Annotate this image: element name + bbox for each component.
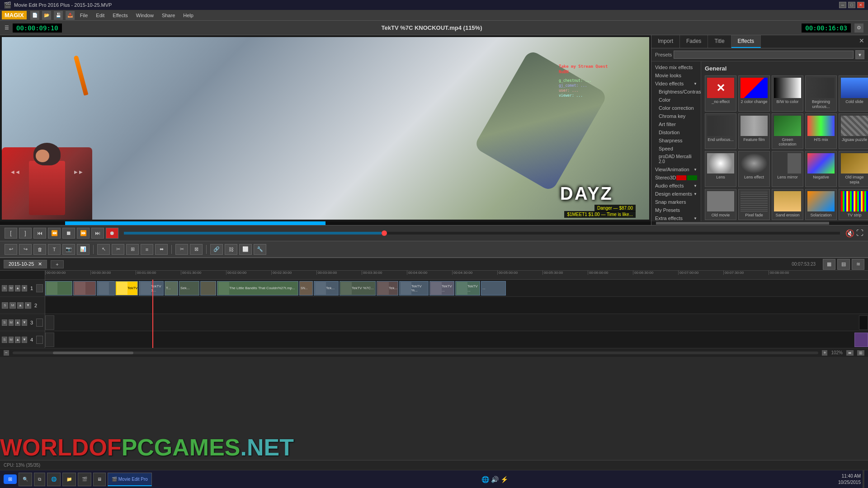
clip-1-13[interactable]: Tek... — [377, 281, 398, 296]
redo-button[interactable]: ↪ — [19, 244, 32, 255]
taskbar-pc-games[interactable]: 🖥 — [93, 473, 106, 486]
section-design-elements[interactable]: Design elements▼ — [651, 190, 701, 198]
effect-2color[interactable]: 2 color change — [738, 75, 770, 112]
track-2-s-btn[interactable]: S — [2, 302, 8, 309]
track-1-m-btn[interactable]: M — [9, 285, 14, 291]
minimize-button[interactable]: ─ — [839, 2, 846, 8]
scrubber-playhead[interactable] — [382, 230, 387, 236]
clip-1-6[interactable]: T... — [165, 281, 178, 296]
clip-1-11[interactable]: Tek... — [314, 281, 339, 296]
menu-edit[interactable]: Edit — [92, 12, 108, 19]
track-3-s-btn[interactable]: S — [2, 319, 7, 326]
track-1-arrow-up[interactable]: ▲ — [15, 285, 20, 291]
menu-icon-new[interactable]: 📄 — [30, 11, 39, 20]
section-snap-markers[interactable]: Snap markers — [651, 198, 701, 206]
taskbar-task-view[interactable]: ⧉ — [34, 473, 45, 486]
effect-beginning-unfocus[interactable]: Beginning unfocus... — [805, 75, 837, 112]
track-2-arrow-up[interactable]: ▲ — [17, 302, 24, 309]
trim-tool-button[interactable]: ✂ — [112, 244, 124, 255]
zoom-fit-button[interactable]: ⬌ — [846, 350, 854, 356]
taskbar-search[interactable]: 🔍 — [19, 473, 32, 486]
link-button[interactable]: 🔗 — [210, 244, 223, 255]
timeline-scrollbar[interactable] — [13, 352, 818, 354]
zoom-expand-button[interactable]: ⊞ — [857, 350, 864, 356]
effect-lens-mirror[interactable]: Lens mirror — [772, 151, 803, 187]
menu-share[interactable]: Share — [158, 12, 179, 19]
timeline-view-single[interactable]: ▦ — [823, 259, 835, 270]
section-audio-effects[interactable]: Audio effects▼ — [651, 182, 701, 190]
undo-button[interactable]: ↩ — [5, 244, 17, 255]
clip-1-16[interactable]: TekTV ... — [455, 281, 480, 296]
effect-end-unfocus[interactable]: End unfocus... — [705, 113, 736, 150]
effect-green-coloration[interactable]: Green coloration — [772, 113, 803, 150]
preview-scroll-thumb[interactable] — [65, 221, 326, 225]
section-chroma-key[interactable]: Chroma key — [651, 112, 701, 120]
effect-tv-strip[interactable]: TV strip — [839, 189, 868, 220]
section-video-mix[interactable]: Video mix effects — [651, 63, 701, 71]
track-2-m-btn[interactable]: M — [9, 302, 16, 309]
section-view-animation[interactable]: View/Animation▼ — [651, 165, 701, 174]
section-brightness[interactable]: Brightness/Contrast — [651, 88, 701, 96]
taskbar-media[interactable]: 🎬 — [78, 473, 91, 486]
presets-dropdown-button[interactable]: ▼ — [855, 50, 864, 59]
section-video-effects[interactable]: Video effects▼ — [651, 80, 701, 88]
preview-settings-button[interactable]: ⚙ — [854, 23, 863, 33]
fullscreen-icon[interactable]: ⛶ — [856, 229, 863, 237]
track-4-arrow-dn[interactable]: ▼ — [22, 337, 27, 343]
section-art-filter[interactable]: Art filter — [651, 120, 701, 128]
delete-button[interactable]: 🗑 — [33, 244, 46, 255]
section-my-presets[interactable]: My Presets — [651, 206, 701, 214]
effect-solarization[interactable]: Solarization — [805, 189, 837, 220]
effect-old-sepia[interactable]: Old image sepia — [839, 151, 868, 187]
menu-icon-export[interactable]: 📤 — [66, 11, 75, 20]
menu-icon-open[interactable]: 📂 — [42, 11, 51, 20]
menu-icon-save[interactable]: 💾 — [54, 11, 63, 20]
clip-1-3[interactable] — [97, 281, 115, 296]
chart-button[interactable]: 📊 — [77, 244, 90, 255]
tab-fades[interactable]: Fades — [680, 35, 708, 48]
goto-start-button[interactable]: ⏮ — [33, 228, 46, 239]
effect-negative[interactable]: Negative — [805, 151, 837, 187]
track-4-s-btn[interactable]: S — [2, 337, 7, 343]
clip-1-15[interactable]: TekTV ... — [429, 281, 454, 296]
unlink-button[interactable]: ⛓ — [225, 244, 237, 255]
clip-1-2[interactable] — [73, 281, 96, 296]
effect-bw-to-color[interactable]: B/W to color — [772, 75, 803, 112]
section-distortion[interactable]: Distortion — [651, 128, 701, 136]
track-1-arrow-dn[interactable]: ▼ — [22, 285, 27, 291]
settings-button[interactable]: 🔧 — [254, 244, 266, 255]
text-tool-button[interactable]: T — [48, 244, 61, 255]
bracket-in-button[interactable]: [ — [5, 228, 17, 239]
clip-1-1[interactable] — [45, 281, 72, 296]
effect-lens-effect[interactable]: Lens effect — [738, 151, 770, 187]
effect-lens[interactable]: Lens — [705, 151, 736, 187]
hamburger-menu[interactable]: ☰ — [5, 25, 9, 31]
group-button[interactable]: ⬜ — [239, 244, 252, 255]
track-4-m-btn[interactable]: M — [9, 337, 14, 343]
maximize-button[interactable]: □ — [848, 2, 855, 8]
clip-1-17[interactable]: ... — [481, 281, 506, 296]
track-2-arrow-dn[interactable]: ▼ — [25, 302, 31, 309]
close-button[interactable]: ✕ — [857, 2, 864, 8]
playback-scrubber[interactable] — [124, 232, 840, 235]
multiselect-button[interactable]: ⊞ — [126, 244, 139, 255]
menu-window[interactable]: Window — [132, 12, 157, 19]
ripple-button[interactable]: ≡ — [141, 244, 153, 255]
track-1-s-btn[interactable]: S — [2, 285, 7, 291]
slip-button[interactable]: ⬌ — [155, 244, 168, 255]
effect-feature-film[interactable]: Feature film — [738, 113, 770, 150]
clip-1-5[interactable]: TekTV 1... — [139, 281, 164, 296]
forward-button[interactable]: ⏩ — [77, 228, 90, 239]
rewind-button[interactable]: ⏪ — [48, 228, 61, 239]
clip-1-9[interactable]: The Little Bandits That Couldn%27t.mp... — [217, 281, 298, 296]
effect-old-movie[interactable]: Old movie — [705, 189, 736, 220]
timeline-scroll-thumb[interactable] — [53, 352, 133, 354]
tab-title[interactable]: Title — [708, 35, 731, 48]
timeline-tab-main[interactable]: 2015-10-25 ✕ — [4, 260, 47, 268]
taskbar-browser[interactable]: 🌐 — [47, 473, 61, 486]
section-color[interactable]: Color — [651, 96, 701, 104]
timeline-tab-close[interactable]: ✕ — [38, 261, 42, 267]
timeline-view-multi[interactable]: ▤ — [837, 259, 850, 270]
clip-1-14[interactable]: TekTV %... — [399, 281, 429, 296]
menu-file[interactable]: File — [76, 12, 92, 19]
